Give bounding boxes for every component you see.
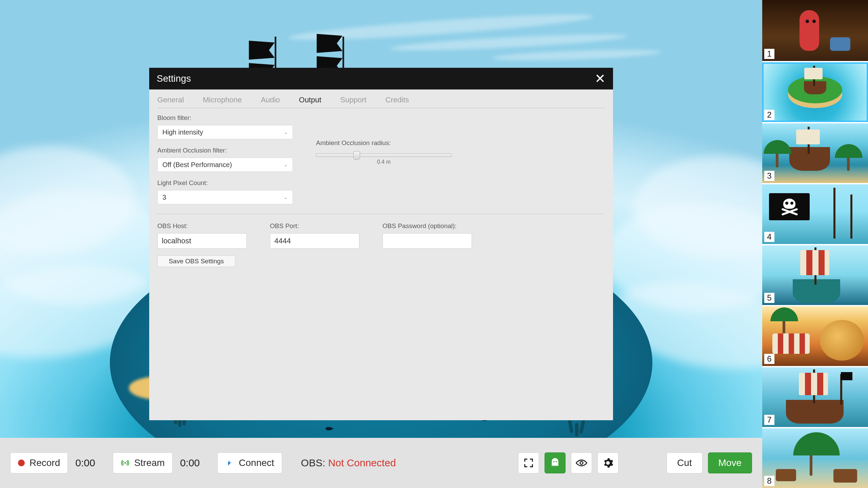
scene-thumb-5[interactable]: 5 xyxy=(762,244,868,305)
bottom-toolbar: Record 0:00 Stream 0:00 Connect OBS: Not… xyxy=(0,438,762,488)
light-pixel-value: 3 xyxy=(162,194,166,201)
scene-thumb-1[interactable]: 1 xyxy=(762,0,868,61)
ao-radius-slider[interactable] xyxy=(316,154,452,157)
ghost-icon xyxy=(550,457,560,469)
save-obs-settings-button[interactable]: Save OBS Settings xyxy=(157,256,235,267)
obs-prefix: OBS: xyxy=(301,457,328,468)
chevron-down-icon: ⌄ xyxy=(284,162,288,167)
thumb-art xyxy=(762,367,868,427)
tab-credits[interactable]: Credits xyxy=(386,96,409,104)
thumb-art xyxy=(762,184,868,244)
fullscreen-icon xyxy=(524,458,534,468)
thumb-art xyxy=(762,0,868,61)
cut-button[interactable]: Cut xyxy=(667,452,703,473)
obs-password-input[interactable] xyxy=(382,233,472,249)
settings-tabs: General Microphone Audio Output Support … xyxy=(157,89,605,108)
thumb-art xyxy=(762,306,868,366)
eye-icon xyxy=(576,459,587,467)
stream-timer: 0:00 xyxy=(180,457,200,469)
tab-microphone[interactable]: Microphone xyxy=(203,96,242,104)
scene-thumbnail-rail: 1 2 3 4 xyxy=(762,0,868,488)
record-timer: 0:00 xyxy=(75,457,95,469)
ao-radius-value: 0.4 m xyxy=(316,159,452,165)
thumb-art xyxy=(762,123,868,183)
connect-label: Connect xyxy=(239,458,274,468)
obs-status: OBS: Not Connected xyxy=(301,457,396,469)
obs-host-input[interactable] xyxy=(157,233,247,249)
move-button[interactable]: Move xyxy=(708,452,752,473)
light-pixel-label: Light Pixel Count: xyxy=(157,179,293,187)
seaweed xyxy=(575,423,578,436)
obs-port-input[interactable] xyxy=(270,233,359,249)
obs-state-value: Not Connected xyxy=(328,457,396,468)
main-viewport: Settings ✕ General Microphone Audio Outp… xyxy=(0,0,762,488)
bloom-filter-value: High intensity xyxy=(162,128,203,136)
tab-audio[interactable]: Audio xyxy=(261,96,280,104)
svg-point-0 xyxy=(124,462,126,464)
slider-thumb[interactable] xyxy=(353,151,360,160)
stream-button[interactable]: Stream xyxy=(113,452,173,473)
thumb-index: 5 xyxy=(764,293,774,303)
thumb-index: 8 xyxy=(764,476,774,486)
connect-button[interactable]: Connect xyxy=(217,452,282,473)
chevron-down-icon: ⌄ xyxy=(284,129,288,135)
obs-password-label: OBS Password (optional): xyxy=(382,222,472,230)
fullscreen-button[interactable] xyxy=(518,452,539,473)
thumb-index: 1 xyxy=(764,49,774,59)
settings-button[interactable] xyxy=(597,452,618,473)
svg-point-2 xyxy=(556,461,557,462)
modal-header: Settings ✕ xyxy=(149,68,613,89)
scene-thumb-8[interactable]: 8 xyxy=(762,427,868,488)
thumb-art xyxy=(762,428,868,488)
thumb-art xyxy=(762,245,868,305)
fish xyxy=(326,427,332,430)
broadcast-icon xyxy=(121,459,130,467)
plug-icon xyxy=(225,459,234,467)
ghost-toggle-button[interactable] xyxy=(545,452,566,473)
ao-radius-label: Ambient Occlusion radius: xyxy=(316,139,452,147)
obs-host-label: OBS Host: xyxy=(157,222,247,230)
cut-label: Cut xyxy=(677,458,692,468)
tab-general[interactable]: General xyxy=(157,96,184,104)
tab-output[interactable]: Output xyxy=(299,96,321,104)
gear-icon xyxy=(603,458,613,468)
thumb-index: 3 xyxy=(764,171,774,181)
ao-filter-value: Off (Best Performance) xyxy=(162,161,232,169)
bloom-filter-label: Bloom filter: xyxy=(157,114,293,122)
settings-modal: Settings ✕ General Microphone Audio Outp… xyxy=(149,68,613,420)
bloom-filter-dropdown[interactable]: High intensity ⌄ xyxy=(157,125,293,139)
obs-port-label: OBS Port: xyxy=(270,222,359,230)
close-icon[interactable]: ✕ xyxy=(595,72,606,85)
scene-thumb-4[interactable]: 4 xyxy=(762,183,868,244)
thumb-art xyxy=(762,62,868,122)
scene-thumb-7[interactable]: 7 xyxy=(762,366,868,427)
scene-thumb-3[interactable]: 3 xyxy=(762,122,868,183)
scene-thumb-2[interactable]: 2 xyxy=(762,61,868,122)
visibility-button[interactable] xyxy=(571,452,592,473)
light-pixel-dropdown[interactable]: 3 ⌄ xyxy=(157,190,293,204)
stream-label: Stream xyxy=(134,458,165,468)
chevron-down-icon: ⌄ xyxy=(284,195,288,200)
tab-support[interactable]: Support xyxy=(340,96,367,104)
thumb-index: 2 xyxy=(764,110,774,120)
divider xyxy=(157,214,605,214)
thumb-index: 7 xyxy=(764,415,774,425)
record-icon xyxy=(18,460,25,466)
sky-streak xyxy=(492,48,662,62)
ao-filter-label: Ambient Occlusion filter: xyxy=(157,147,293,154)
record-label: Record xyxy=(29,458,60,468)
svg-point-1 xyxy=(553,461,554,462)
modal-title: Settings xyxy=(157,73,191,84)
ao-filter-dropdown[interactable]: Off (Best Performance) ⌄ xyxy=(157,158,293,172)
thumb-index: 6 xyxy=(764,354,774,364)
thumb-index: 4 xyxy=(764,232,774,242)
svg-point-3 xyxy=(580,462,583,465)
scene-thumb-6[interactable]: 6 xyxy=(762,305,868,366)
record-button[interactable]: Record xyxy=(10,452,68,473)
move-label: Move xyxy=(718,458,742,468)
